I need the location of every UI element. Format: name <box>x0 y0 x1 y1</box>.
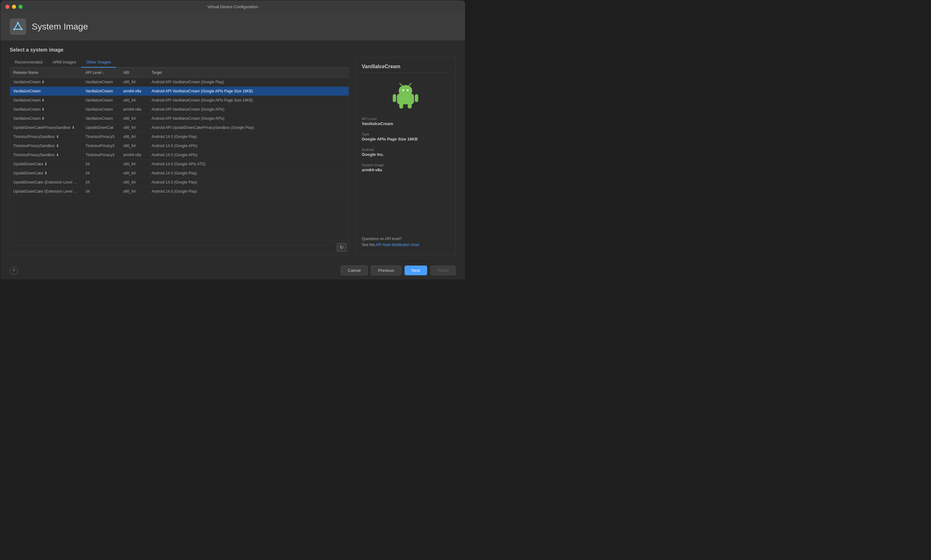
help-button[interactable]: ? <box>10 266 18 275</box>
system-image-table[interactable]: Release Name API Level ↓ ABI Target <box>10 68 349 240</box>
svg-point-6 <box>399 85 412 97</box>
table-cell-0: TiramisuPrivacySandbox ⬇ <box>10 142 82 151</box>
previous-button[interactable]: Previous <box>371 266 402 275</box>
detail-panel: VanillaIceCream <box>355 57 456 255</box>
api-help-text: Questions on API level? <box>362 237 402 241</box>
svg-point-4 <box>13 28 15 30</box>
svg-rect-14 <box>408 103 412 109</box>
table-cell-0: UpsideDownCake (Extension Level 8) ⬇ <box>10 178 82 187</box>
table-cell-1: TiramisuPrivacyS <box>82 132 120 142</box>
table-row[interactable]: UpsideDownCake (Extension Level 10) ⬇34x… <box>10 187 349 196</box>
svg-point-3 <box>21 28 23 30</box>
left-panel: Recommended ARM Images Other Images Rele… <box>10 57 349 255</box>
svg-point-8 <box>407 89 409 91</box>
col-release-name[interactable]: Release Name <box>10 68 82 78</box>
tab-arm-images[interactable]: ARM Images <box>48 57 81 68</box>
table-cell-0: TiramisuPrivacySandbox ⬇ <box>10 151 82 160</box>
table-cell-3: Android 14.0 (Google Play) <box>148 169 349 178</box>
table-header-row: Release Name API Level ↓ ABI Target <box>10 68 349 78</box>
svg-line-10 <box>409 83 411 86</box>
table-body: VanillaIceCream ⬇VanillaIceCreamx86_64An… <box>10 78 349 196</box>
col-abi[interactable]: ABI <box>120 68 148 78</box>
svg-rect-11 <box>393 94 396 102</box>
table-cell-3: Android API UpsideDownCakePrivacySandbox… <box>148 123 349 132</box>
col-api-level[interactable]: API Level ↓ <box>82 68 120 78</box>
table-row[interactable]: VanillaIceCreamVanillaIceCreamarm64-v8aA… <box>10 87 349 96</box>
type-value: Google APIs Page Size 16KB <box>362 137 449 142</box>
api-level-value: VanillaIceCream <box>362 121 449 126</box>
table-row[interactable]: VanillaIceCream ⬇VanillaIceCreamx86_64An… <box>10 78 349 87</box>
col-target[interactable]: Target <box>148 68 349 78</box>
table-cell-0: VanillaIceCream ⬇ <box>10 105 82 114</box>
svg-rect-12 <box>415 94 419 102</box>
next-button[interactable]: Next <box>405 266 428 275</box>
table-cell-0: VanillaIceCream <box>10 87 82 96</box>
table-cell-2: arm64-v8a <box>120 151 148 160</box>
table-row[interactable]: VanillaIceCream ⬇VanillaIceCreamx86_64An… <box>10 114 349 123</box>
table-row[interactable]: VanillaIceCream ⬇VanillaIceCreamarm64-v8… <box>10 105 349 114</box>
table-row[interactable]: TiramisuPrivacySandbox ⬇TiramisuPrivacyS… <box>10 142 349 151</box>
tabs-container: Recommended ARM Images Other Images <box>10 57 349 68</box>
table-row[interactable]: TiramisuPrivacySandbox ⬇TiramisuPrivacyS… <box>10 151 349 160</box>
table-cell-2: x86_64 <box>120 178 148 187</box>
table-cell-1: VanillaIceCream <box>82 87 120 96</box>
table-row[interactable]: UpsideDownCake ⬇34x86_64Android 14.0 (Go… <box>10 169 349 178</box>
table-cell-1: 34 <box>82 169 120 178</box>
footer: ? Cancel Previous Next Finish <box>0 261 465 280</box>
table-cell-2: x86_64 <box>120 114 148 123</box>
window: Virtual Device Configuration System Imag… <box>0 0 466 280</box>
table-cell-0: VanillaIceCream ⬇ <box>10 78 82 87</box>
content-area: Select a system image Recommended ARM Im… <box>0 41 465 261</box>
api-help-see: See the <box>362 243 375 247</box>
table-cell-1: 34 <box>82 160 120 169</box>
table-cell-1: VanillaIceCream <box>82 78 120 87</box>
table-cell-2: x86_64 <box>120 169 148 178</box>
android-field: Android Google Inc. <box>362 148 449 157</box>
svg-rect-13 <box>399 103 403 109</box>
table-cell-2: arm64-v8a <box>120 105 148 114</box>
table-cell-0: UpsideDownCake ⬇ <box>10 160 82 169</box>
table-cell-0: TiramisuPrivacySandbox ⬇ <box>10 132 82 142</box>
type-label: Type <box>362 132 449 136</box>
main-area: Recommended ARM Images Other Images Rele… <box>10 57 456 255</box>
maximize-button[interactable] <box>18 5 23 9</box>
table-cell-2: x86_64 <box>120 132 148 142</box>
minimize-button[interactable] <box>12 5 16 9</box>
table-footer: ↻ <box>10 240 349 255</box>
table-row[interactable]: UpsideDownCake ⬇34x86_64Android 14.0 (Go… <box>10 160 349 169</box>
table-cell-1: VanillaIceCream <box>82 96 120 105</box>
table-cell-2: x86_64 <box>120 187 148 196</box>
api-level-label: API Level <box>362 117 449 121</box>
svg-point-2 <box>17 22 19 24</box>
table-cell-3: Android API VanillaIceCream (Google Play… <box>148 78 349 87</box>
table-row[interactable]: TiramisuPrivacySandbox ⬇TiramisuPrivacyS… <box>10 132 349 142</box>
table-cell-1: VanillaIceCream <box>82 114 120 123</box>
cancel-button[interactable]: Cancel <box>341 266 368 275</box>
table-row[interactable]: UpsideDownCakePrivacySandbox ⬇UpsideDown… <box>10 123 349 132</box>
tab-recommended[interactable]: Recommended <box>10 57 48 68</box>
section-title: Select a system image <box>10 47 456 53</box>
type-field: Type Google APIs Page Size 16KB <box>362 132 449 142</box>
table-cell-2: arm64-v8a <box>120 87 148 96</box>
system-image-field: System Image arm64-v8a <box>362 163 449 172</box>
tab-other-images[interactable]: Other Images <box>81 57 116 68</box>
table-cell-2: x86_64 <box>120 160 148 169</box>
table-cell-2: x86_64 <box>120 96 148 105</box>
refresh-button[interactable]: ↻ <box>337 243 347 252</box>
detail-name: VanillaIceCream <box>362 64 449 73</box>
window-title: Virtual Device Configuration <box>208 5 258 9</box>
table-cell-2: x86_64 <box>120 78 148 87</box>
table-cell-3: Android API VanillaIceCream (Google APIs… <box>148 105 349 114</box>
table-cell-2: x86_64 <box>120 142 148 151</box>
close-button[interactable] <box>5 5 9 9</box>
footer-left: ? <box>10 266 18 275</box>
finish-button: Finish <box>430 266 456 275</box>
table-cell-1: TiramisuPrivacyS <box>82 151 120 160</box>
table-cell-1: UpsideDownCak <box>82 123 120 132</box>
header: System Image <box>0 13 465 41</box>
api-level-link[interactable]: API level distribution chart <box>375 243 419 247</box>
table-cell-2: x86_64 <box>120 123 148 132</box>
table-cell-3: Android API VanillaIceCream (Google APIs… <box>148 96 349 105</box>
table-row[interactable]: VanillaIceCream ⬇VanillaIceCreamx86_64An… <box>10 96 349 105</box>
table-row[interactable]: UpsideDownCake (Extension Level 8) ⬇34x8… <box>10 178 349 187</box>
